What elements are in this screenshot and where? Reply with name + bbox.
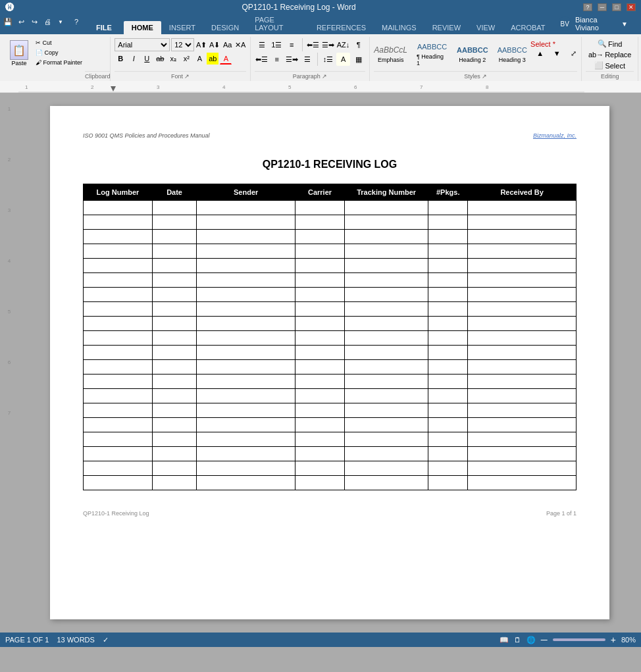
table-cell[interactable] bbox=[468, 244, 577, 259]
table-cell[interactable] bbox=[295, 302, 345, 317]
table-cell[interactable] bbox=[295, 288, 345, 302]
table-row[interactable] bbox=[84, 476, 577, 490]
table-cell[interactable] bbox=[428, 403, 468, 418]
borders-button[interactable]: ▦ bbox=[351, 53, 365, 66]
table-cell[interactable] bbox=[344, 201, 428, 215]
tab-review[interactable]: REVIEW bbox=[424, 21, 469, 34]
table-cell[interactable] bbox=[152, 360, 196, 375]
table-cell[interactable] bbox=[84, 447, 153, 461]
table-cell[interactable] bbox=[197, 403, 295, 418]
table-cell[interactable] bbox=[197, 418, 295, 432]
table-cell[interactable] bbox=[197, 302, 295, 317]
table-cell[interactable] bbox=[344, 317, 428, 331]
tab-page-layout[interactable]: PAGE LAYOUT bbox=[247, 13, 309, 34]
table-cell[interactable] bbox=[152, 273, 196, 288]
font-size-select[interactable]: 12 bbox=[171, 38, 194, 51]
table-cell[interactable] bbox=[84, 418, 153, 432]
table-cell[interactable] bbox=[428, 461, 468, 476]
styles-scroll-down[interactable]: ▼ bbox=[550, 47, 563, 60]
styles-scroll-up[interactable]: ▲ bbox=[533, 47, 547, 60]
table-cell[interactable] bbox=[344, 215, 428, 230]
table-cell[interactable] bbox=[197, 230, 295, 244]
proofing-icon[interactable]: ✓ bbox=[103, 636, 109, 644]
style-emphasis[interactable]: AaBbCcL Emphasis bbox=[371, 41, 411, 65]
table-cell[interactable] bbox=[295, 447, 345, 461]
zoom-out-button[interactable]: ─ bbox=[541, 634, 548, 645]
table-cell[interactable] bbox=[468, 302, 577, 317]
table-cell[interactable] bbox=[468, 230, 577, 244]
table-cell[interactable] bbox=[197, 317, 295, 331]
maximize-button[interactable]: □ bbox=[612, 3, 621, 11]
table-cell[interactable] bbox=[197, 461, 295, 476]
table-cell[interactable] bbox=[295, 360, 345, 375]
bullets-button[interactable]: ☰ bbox=[255, 38, 269, 51]
table-cell[interactable] bbox=[428, 418, 468, 432]
table-cell[interactable] bbox=[468, 346, 577, 360]
table-cell[interactable] bbox=[295, 432, 345, 447]
table-row[interactable] bbox=[84, 418, 577, 432]
table-row[interactable] bbox=[84, 331, 577, 346]
table-row[interactable] bbox=[84, 215, 577, 230]
styles-expand[interactable]: ⤢ bbox=[567, 47, 580, 60]
show-hide-button[interactable]: ¶ bbox=[351, 38, 365, 51]
text-effects-button[interactable]: A bbox=[193, 53, 205, 65]
table-cell[interactable] bbox=[84, 389, 153, 403]
sort-button[interactable]: AZ↓ bbox=[336, 38, 351, 51]
underline-button[interactable]: U bbox=[141, 53, 153, 65]
table-row[interactable] bbox=[84, 403, 577, 418]
table-cell[interactable] bbox=[152, 461, 196, 476]
table-row[interactable] bbox=[84, 447, 577, 461]
align-left-button[interactable]: ⬅☰ bbox=[255, 53, 269, 66]
increase-indent-button[interactable]: ☰➡ bbox=[321, 38, 335, 51]
table-cell[interactable] bbox=[344, 432, 428, 447]
table-row[interactable] bbox=[84, 432, 577, 447]
table-cell[interactable] bbox=[428, 432, 468, 447]
table-cell[interactable] bbox=[428, 259, 468, 273]
replace-button[interactable]: ab→ Replace bbox=[585, 49, 635, 60]
table-cell[interactable] bbox=[468, 389, 577, 403]
table-cell[interactable] bbox=[295, 476, 345, 490]
table-cell[interactable] bbox=[344, 360, 428, 375]
table-row[interactable] bbox=[84, 244, 577, 259]
table-cell[interactable] bbox=[152, 201, 196, 215]
table-cell[interactable] bbox=[428, 375, 468, 389]
zoom-in-button[interactable]: + bbox=[611, 634, 616, 645]
style-heading3[interactable]: AABBCC Heading 3 bbox=[494, 41, 530, 65]
read-mode-button[interactable]: 📖 bbox=[500, 636, 509, 644]
table-cell[interactable] bbox=[468, 331, 577, 346]
table-cell[interactable] bbox=[468, 259, 577, 273]
table-cell[interactable] bbox=[197, 288, 295, 302]
table-cell[interactable] bbox=[152, 346, 196, 360]
font-color-button[interactable]: A bbox=[220, 53, 232, 65]
table-row[interactable] bbox=[84, 375, 577, 389]
close-button[interactable]: ✕ bbox=[627, 3, 636, 11]
table-cell[interactable] bbox=[84, 461, 153, 476]
user-name[interactable]: Bianca Viviano bbox=[575, 16, 617, 32]
table-row[interactable] bbox=[84, 360, 577, 375]
table-cell[interactable] bbox=[197, 215, 295, 230]
table-cell[interactable] bbox=[84, 375, 153, 389]
table-cell[interactable] bbox=[344, 447, 428, 461]
strikethrough-button[interactable]: ab bbox=[154, 53, 166, 65]
table-cell[interactable] bbox=[152, 389, 196, 403]
align-right-button[interactable]: ☰➡ bbox=[285, 53, 299, 66]
align-center-button[interactable]: ≡ bbox=[270, 53, 284, 66]
table-cell[interactable] bbox=[468, 418, 577, 432]
table-cell[interactable] bbox=[428, 302, 468, 317]
cut-button[interactable]: ✂ Cut bbox=[33, 38, 85, 47]
table-cell[interactable] bbox=[428, 201, 468, 215]
style-heading2[interactable]: AABBCC Heading 2 bbox=[453, 41, 492, 65]
table-cell[interactable] bbox=[84, 403, 153, 418]
table-cell[interactable] bbox=[344, 302, 428, 317]
save-qat-button[interactable]: 💾 bbox=[3, 16, 13, 27]
clear-format-button[interactable]: ✕A bbox=[234, 39, 246, 51]
table-cell[interactable] bbox=[344, 403, 428, 418]
table-cell[interactable] bbox=[152, 403, 196, 418]
table-cell[interactable] bbox=[152, 230, 196, 244]
table-cell[interactable] bbox=[428, 331, 468, 346]
copy-button[interactable]: 📄 Copy bbox=[33, 48, 85, 57]
table-cell[interactable] bbox=[84, 201, 153, 215]
table-row[interactable] bbox=[84, 201, 577, 215]
table-cell[interactable] bbox=[152, 288, 196, 302]
table-cell[interactable] bbox=[295, 201, 345, 215]
